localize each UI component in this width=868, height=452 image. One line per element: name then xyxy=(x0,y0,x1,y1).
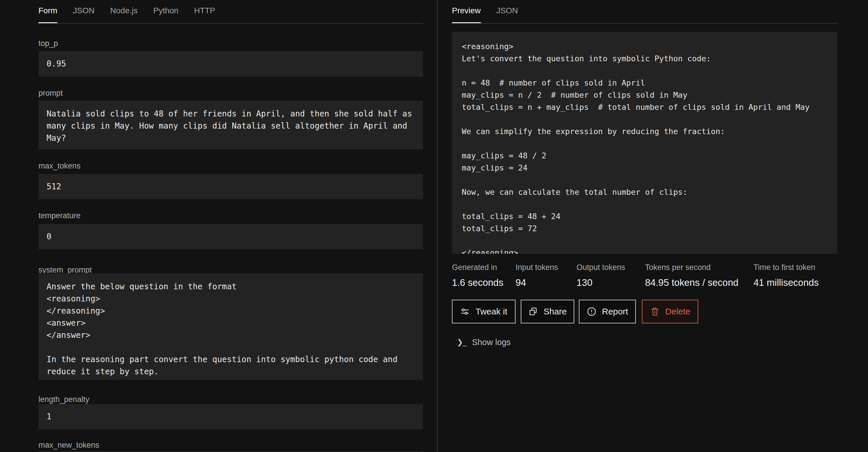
stat-tokens-per-second: Tokens per second 84.95 tokens / second xyxy=(645,262,739,288)
stat-value: 84.95 tokens / second xyxy=(645,277,739,288)
sliders-icon xyxy=(460,306,470,317)
prompt-textarea[interactable]: Natalia sold clips to 48 of her friends … xyxy=(38,101,423,150)
left-tab-bar: Form JSON Node.js Python HTTP xyxy=(38,0,423,24)
tab-json[interactable]: JSON xyxy=(73,6,95,15)
stat-generated-in: Generated in 1.6 seconds xyxy=(452,262,503,288)
share-label: Share xyxy=(544,306,567,317)
tab-output-json[interactable]: JSON xyxy=(496,6,518,15)
stat-input-tokens: Input tokens 94 xyxy=(516,262,558,288)
temperature-input[interactable]: 0 xyxy=(38,224,423,249)
prompt-label: prompt xyxy=(38,89,63,98)
tab-bar-divider xyxy=(452,23,837,24)
length-penalty-input[interactable]: 1 xyxy=(38,404,423,429)
tweak-it-button[interactable]: Tweak it xyxy=(452,300,516,323)
top-p-label: top_p xyxy=(38,39,58,48)
temperature-label: temperature xyxy=(38,211,81,220)
panel-divider xyxy=(437,0,438,452)
stat-value: 41 milliseconds xyxy=(753,277,819,288)
delete-button[interactable]: Delete xyxy=(642,300,698,323)
stat-value: 1.6 seconds xyxy=(452,277,503,288)
terminal-prompt-icon: ❯_ xyxy=(457,338,466,347)
stat-label: Output tokens xyxy=(577,262,625,272)
show-logs-toggle[interactable]: ❯_ Show logs xyxy=(457,337,510,347)
max-tokens-label: max_tokens xyxy=(38,161,81,170)
top-p-input[interactable]: 0.95 xyxy=(38,51,423,76)
stat-label: Time to first token xyxy=(753,262,819,272)
model-output-preview[interactable]: <reasoning> Let's convert the question i… xyxy=(452,32,837,254)
trash-icon xyxy=(650,306,660,317)
stat-label: Tokens per second xyxy=(645,262,739,272)
stat-label: Generated in xyxy=(452,262,503,272)
report-label: Report xyxy=(602,306,628,317)
system-prompt-textarea[interactable]: Answer the below question in the format … xyxy=(38,273,423,380)
tab-bar-divider xyxy=(38,23,423,24)
copy-icon xyxy=(528,306,538,317)
stat-label: Input tokens xyxy=(516,262,558,272)
max-new-tokens-label: max_new_tokens xyxy=(38,441,99,450)
share-button[interactable]: Share xyxy=(521,300,574,323)
length-penalty-label: length_penalty xyxy=(38,395,89,404)
report-button[interactable]: Report xyxy=(579,300,636,323)
tab-form[interactable]: Form xyxy=(38,6,57,15)
tab-python[interactable]: Python xyxy=(153,6,178,15)
tweak-it-label: Tweak it xyxy=(475,306,507,317)
stat-value: 94 xyxy=(516,277,558,288)
max-tokens-input[interactable]: 512 xyxy=(38,174,423,199)
tab-nodejs[interactable]: Node.js xyxy=(110,6,137,15)
stat-value: 130 xyxy=(577,277,625,288)
stat-time-to-first-token: Time to first token 41 milliseconds xyxy=(753,262,819,288)
alert-octagon-icon xyxy=(587,306,596,317)
right-tab-bar: Preview JSON xyxy=(452,0,837,24)
tab-http[interactable]: HTTP xyxy=(194,6,215,15)
show-logs-label: Show logs xyxy=(472,337,510,347)
delete-label: Delete xyxy=(665,306,690,317)
stat-output-tokens: Output tokens 130 xyxy=(577,262,625,288)
tab-preview[interactable]: Preview xyxy=(452,6,481,15)
